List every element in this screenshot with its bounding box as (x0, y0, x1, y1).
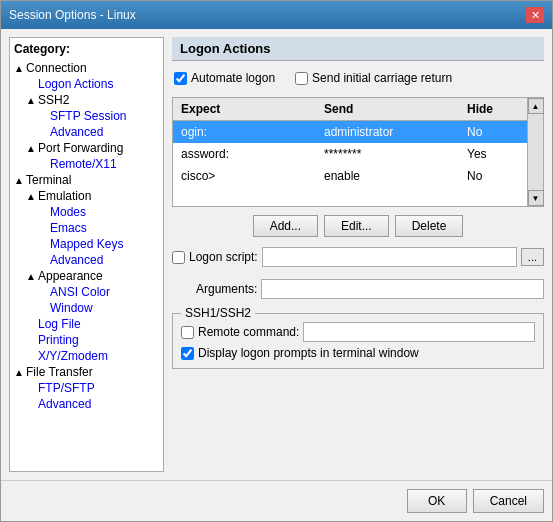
toggle-appearance: ▲ (26, 271, 38, 282)
tree-item-advanced-emulation[interactable]: Advanced (38, 252, 159, 268)
spacer7 (38, 239, 50, 250)
arguments-row: Arguments: (172, 277, 544, 301)
remote-command-checkbox[interactable] (181, 326, 194, 339)
send-initial-cr-label[interactable]: Send initial carriage return (295, 71, 452, 85)
send-initial-cr-checkbox[interactable] (295, 72, 308, 85)
tree-item-mapped-keys[interactable]: Mapped Keys (38, 236, 159, 252)
content-area: Automate logon Send initial carriage ret… (172, 67, 544, 472)
remote-command-label: Remote command: (198, 325, 299, 339)
logon-script-input[interactable] (262, 247, 517, 267)
cell-expect-2: cisco> (177, 167, 320, 185)
tree-item-log-file[interactable]: Log File (26, 316, 159, 332)
section-header: Logon Actions (172, 37, 544, 61)
table-scrollbar: ▲ ▼ (527, 98, 543, 206)
ok-button[interactable]: OK (407, 489, 467, 513)
main-panel: Logon Actions Automate logon Send initia… (172, 37, 544, 472)
spacer (26, 79, 38, 90)
toggle-terminal: ▲ (14, 175, 26, 186)
arguments-label: Arguments: (196, 282, 257, 296)
tree-group-ssh2: SFTP Session Advanced (26, 108, 159, 140)
tree-item-appearance[interactable]: ▲Appearance (26, 268, 159, 284)
table-container: Expect Send Hide ogin: administrator No … (172, 97, 544, 207)
spacer15 (26, 399, 38, 410)
cell-send-0: administrator (320, 123, 463, 141)
tree-item-printing[interactable]: Printing (26, 332, 159, 348)
tree-group-pf: Remote/X11 (26, 156, 159, 172)
tree-group-ft: FTP/SFTP Advanced (14, 380, 159, 412)
table-row[interactable]: cisco> enable No (173, 165, 527, 187)
table-row[interactable]: ogin: administrator No (173, 121, 527, 143)
display-prompts-checkbox[interactable] (181, 347, 194, 360)
add-button[interactable]: Add... (253, 215, 318, 237)
tree-item-ftp-sftp[interactable]: FTP/SFTP (26, 380, 159, 396)
table-actions: Add... Edit... Delete (172, 215, 544, 237)
table-inner: Expect Send Hide ogin: administrator No … (173, 98, 527, 206)
tree-item-terminal[interactable]: ▲Terminal (14, 172, 159, 188)
category-panel: Category: ▲Connection Logon Actions ▲SSH… (9, 37, 164, 472)
edit-button[interactable]: Edit... (324, 215, 389, 237)
spacer5 (38, 207, 50, 218)
dialog-body: Category: ▲Connection Logon Actions ▲SSH… (1, 29, 552, 480)
dialog-footer: OK Cancel (1, 480, 552, 521)
tree-item-sftp-session[interactable]: SFTP Session (38, 108, 159, 124)
cell-hide-0: No (463, 123, 523, 141)
spacer11 (26, 319, 38, 330)
display-prompts-label: Display logon prompts in terminal window (198, 346, 419, 360)
display-prompts-row: Display logon prompts in terminal window (181, 344, 535, 362)
automate-logon-checkbox[interactable] (174, 72, 187, 85)
spacer8 (38, 255, 50, 266)
remote-command-input[interactable] (303, 322, 535, 342)
tree-item-logon-actions[interactable]: Logon Actions (26, 76, 159, 92)
col-hide: Hide (463, 100, 523, 118)
tree-group-appearance: ANSI Color Window (26, 284, 159, 316)
tree: ▲Connection Logon Actions ▲SSH2 SFTP Ses… (14, 60, 159, 412)
tree-item-advanced-ft[interactable]: Advanced (26, 396, 159, 412)
logon-script-row: Logon script: ... (172, 245, 544, 269)
tree-item-window[interactable]: Window (38, 300, 159, 316)
delete-button[interactable]: Delete (395, 215, 464, 237)
tree-item-ansi-color[interactable]: ANSI Color (38, 284, 159, 300)
table-row[interactable]: assword: ******** Yes (173, 143, 527, 165)
scroll-up-button[interactable]: ▲ (528, 98, 544, 114)
title-text: Session Options - Linux (9, 8, 136, 22)
table-header: Expect Send Hide (173, 98, 527, 121)
col-send: Send (320, 100, 463, 118)
logon-script-checkbox[interactable] (172, 251, 185, 264)
ssh-section: SSH1/SSH2 Remote command: Display logon … (172, 313, 544, 369)
scroll-down-button[interactable]: ▼ (528, 190, 544, 206)
cancel-button[interactable]: Cancel (473, 489, 544, 513)
col-expect: Expect (177, 100, 320, 118)
tree-group-emulation: Modes Emacs Mapped Keys Advanced (26, 204, 159, 268)
spacer4 (38, 159, 50, 170)
cell-expect-0: ogin: (177, 123, 320, 141)
spacer2 (38, 111, 50, 122)
tree-item-port-forwarding[interactable]: ▲Port Forwarding (26, 140, 159, 156)
cell-send-2: enable (320, 167, 463, 185)
toggle-connection: ▲ (14, 63, 26, 74)
logon-script-label: Logon script: (189, 250, 258, 264)
toggle-pf: ▲ (26, 143, 38, 154)
tree-item-emacs[interactable]: Emacs (38, 220, 159, 236)
tree-item-remote-x11[interactable]: Remote/X11 (38, 156, 159, 172)
spacer10 (38, 303, 50, 314)
automate-logon-text: Automate logon (191, 71, 275, 85)
automate-logon-label[interactable]: Automate logon (174, 71, 275, 85)
spacer6 (38, 223, 50, 234)
browse-button[interactable]: ... (521, 248, 544, 266)
cell-hide-2: No (463, 167, 523, 185)
tree-item-xyz[interactable]: X/Y/Zmodem (26, 348, 159, 364)
tree-item-advanced-ssh[interactable]: Advanced (38, 124, 159, 140)
send-initial-cr-text: Send initial carriage return (312, 71, 452, 85)
tree-group-connection: Logon Actions ▲SSH2 SFTP Session Advance… (14, 76, 159, 172)
tree-item-modes[interactable]: Modes (38, 204, 159, 220)
tree-item-file-transfer[interactable]: ▲File Transfer (14, 364, 159, 380)
toggle-ft: ▲ (14, 367, 26, 378)
tree-item-ssh2[interactable]: ▲SSH2 (26, 92, 159, 108)
tree-item-connection[interactable]: ▲Connection (14, 60, 159, 76)
close-button[interactable]: ✕ (526, 7, 544, 23)
title-bar: Session Options - Linux ✕ (1, 1, 552, 29)
toggle-emulation: ▲ (26, 191, 38, 202)
cell-hide-1: Yes (463, 145, 523, 163)
arguments-input[interactable] (261, 279, 544, 299)
tree-item-emulation[interactable]: ▲Emulation (26, 188, 159, 204)
